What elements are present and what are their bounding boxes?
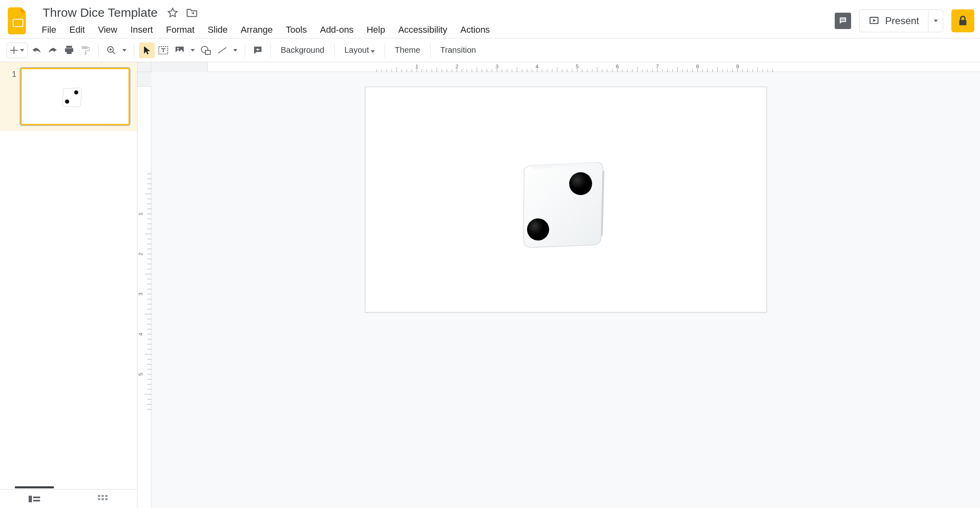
paint-roller-icon	[81, 45, 90, 55]
svg-text:3: 3	[137, 292, 144, 295]
svg-text:1: 1	[415, 63, 418, 70]
layout-label: Layout	[345, 45, 369, 54]
slide-thumbnail-1[interactable]: 1	[0, 62, 137, 131]
app-header: Throw Dice Template File Edit View Inser…	[0, 0, 980, 38]
menu-arrange[interactable]: Arrange	[240, 23, 273, 37]
svg-rect-1	[14, 20, 23, 26]
menu-slide[interactable]: Slide	[207, 23, 228, 37]
grid-view-button[interactable]	[69, 495, 137, 503]
zoom-icon	[107, 46, 116, 55]
zoom-button[interactable]	[104, 43, 119, 58]
menu-addons[interactable]: Add-ons	[319, 23, 354, 37]
present-button[interactable]: Present	[860, 10, 928, 32]
svg-rect-13	[205, 50, 210, 54]
vertical-ruler[interactable]: 12345	[137, 72, 151, 508]
image-tool[interactable]	[172, 43, 187, 58]
document-title[interactable]: Throw Dice Template	[41, 5, 159, 20]
horizontal-ruler[interactable]: 123456789	[151, 62, 980, 72]
svg-rect-17	[33, 497, 40, 498]
menu-bar: File Edit View Insert Format Slide Arran…	[41, 23, 835, 37]
svg-rect-19	[98, 495, 100, 497]
theme-button[interactable]: Theme	[390, 45, 425, 55]
chevron-down-icon	[191, 49, 195, 52]
transition-button[interactable]: Transition	[435, 45, 481, 55]
textbox-tool[interactable]	[155, 43, 171, 58]
shape-tool[interactable]	[198, 43, 214, 58]
dice-image[interactable]	[517, 161, 607, 251]
redo-icon	[48, 46, 58, 54]
menu-edit[interactable]: Edit	[68, 23, 86, 37]
menu-help[interactable]: Help	[366, 23, 386, 37]
slide-number: 1	[6, 68, 16, 125]
comment-icon	[838, 16, 848, 26]
canvas-area: 123456789 12345	[137, 62, 980, 508]
menu-insert[interactable]: Insert	[130, 23, 154, 37]
svg-rect-7	[85, 52, 86, 55]
slides-app-icon[interactable]	[6, 4, 30, 37]
svg-text:2: 2	[455, 63, 458, 70]
svg-text:7: 7	[656, 63, 659, 70]
background-button[interactable]: Background	[276, 45, 329, 55]
svg-text:4: 4	[536, 63, 538, 70]
add-comment-button[interactable]	[250, 43, 266, 58]
undo-icon	[32, 46, 41, 54]
present-icon	[869, 16, 879, 26]
zoom-dropdown[interactable]	[120, 43, 129, 58]
svg-text:5: 5	[576, 63, 579, 70]
chevron-down-icon	[233, 49, 237, 52]
undo-button[interactable]	[29, 43, 44, 58]
image-dropdown[interactable]	[188, 43, 197, 58]
menu-file[interactable]: File	[41, 23, 57, 37]
share-lock-button[interactable]	[951, 9, 974, 32]
present-dropdown[interactable]	[928, 10, 943, 32]
line-icon	[217, 46, 228, 54]
chevron-down-icon	[20, 49, 24, 52]
comments-button[interactable]	[835, 13, 851, 29]
slide-canvas-scroll[interactable]	[151, 72, 980, 508]
menu-tools[interactable]: Tools	[285, 23, 308, 37]
print-button[interactable]	[61, 43, 77, 58]
svg-point-11	[177, 48, 179, 49]
svg-text:2: 2	[137, 252, 144, 255]
slide-canvas[interactable]	[365, 87, 767, 312]
menu-accessibility[interactable]: Accessibility	[397, 23, 448, 37]
menu-actions[interactable]: Actions	[460, 23, 491, 37]
select-tool[interactable]	[139, 43, 155, 58]
filmstrip-view-button[interactable]	[0, 495, 69, 503]
svg-text:5: 5	[137, 373, 144, 375]
print-icon	[64, 46, 74, 55]
menu-view[interactable]: View	[97, 23, 118, 37]
svg-rect-22	[98, 498, 100, 500]
slide-thumbnail-canvas	[20, 68, 130, 125]
svg-point-14	[74, 90, 78, 94]
line-dropdown[interactable]	[231, 43, 240, 58]
filmstrip-scroll-indicator	[15, 486, 54, 488]
shape-icon	[201, 45, 211, 55]
svg-text:1: 1	[137, 212, 144, 215]
star-icon[interactable]	[167, 7, 178, 18]
filmstrip-view-switcher	[0, 489, 137, 508]
lock-icon	[958, 16, 967, 26]
svg-rect-16	[29, 496, 32, 502]
redo-button[interactable]	[45, 43, 61, 58]
filmstrip-view-icon	[29, 495, 40, 503]
new-slide-button[interactable]	[7, 43, 28, 58]
move-to-folder-icon[interactable]	[186, 8, 198, 18]
image-icon	[175, 46, 185, 55]
line-tool[interactable]	[214, 43, 230, 58]
present-label: Present	[885, 15, 919, 27]
add-comment-icon	[253, 45, 263, 55]
menu-format[interactable]: Format	[165, 23, 196, 37]
svg-rect-5	[959, 20, 966, 25]
svg-text:9: 9	[736, 63, 739, 70]
svg-text:4: 4	[137, 333, 144, 335]
svg-rect-20	[101, 495, 104, 497]
work-area: 1 12	[0, 62, 980, 508]
present-button-group: Present	[859, 9, 943, 32]
layout-button[interactable]: Layout	[340, 45, 380, 55]
svg-rect-21	[105, 495, 108, 497]
cursor-icon	[143, 45, 151, 55]
svg-rect-6	[82, 46, 88, 49]
svg-rect-3	[841, 20, 845, 21]
svg-text:8: 8	[696, 63, 699, 70]
